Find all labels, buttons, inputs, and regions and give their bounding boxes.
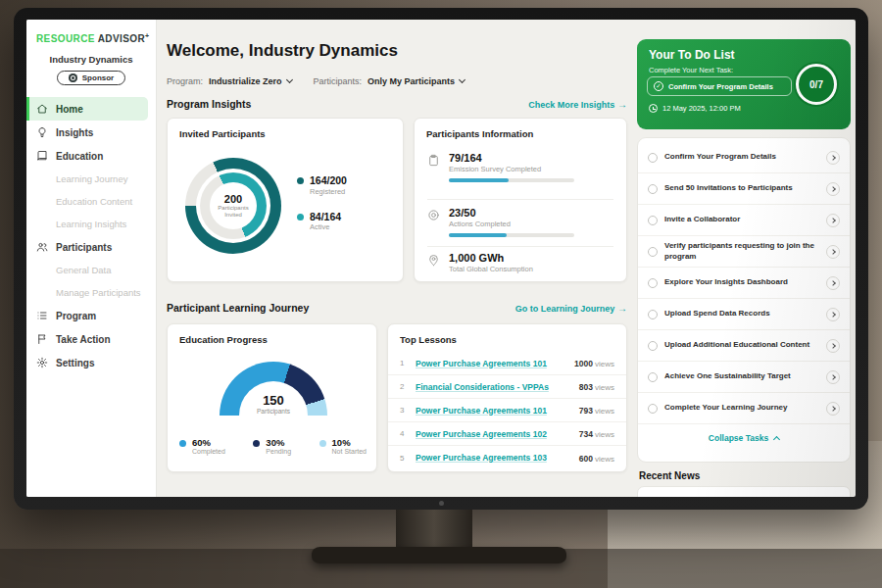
chevron-right-icon [830,312,836,318]
check-more-insights-link[interactable]: Check More Insights [528,99,627,110]
legend-value: 10% [332,438,351,448]
sponsor-icon [69,74,77,82]
task-open-button[interactable] [826,339,840,353]
task-item[interactable]: Verify participants requesting to join t… [638,236,850,268]
lesson-link[interactable]: Power Purchase Agreements 101 [416,406,571,416]
task-open-button[interactable] [826,245,840,259]
task-item[interactable]: Achieve One Sustainability Target [638,362,850,393]
nav-label: Education Content [56,196,132,207]
task-open-button[interactable] [826,214,840,227]
task-item[interactable]: Invite a Collaborator [638,205,850,236]
lesson-link[interactable]: Power Purchase Agreements 101 [416,359,566,368]
sidebar-item-education-content[interactable]: Education Content [26,190,156,213]
task-item[interactable]: Complete Your Learning Journey [638,393,850,424]
task-checkbox[interactable] [648,247,658,257]
task-checkbox[interactable] [648,310,658,319]
nav-label: Insights [56,127,93,138]
task-open-button[interactable] [826,370,840,384]
monitor-stand-base [312,547,566,564]
donut-center: 200 Participants Invited [210,182,257,229]
sidebar-item-education[interactable]: Education [26,144,156,168]
task-checkbox[interactable] [648,372,658,382]
lesson-views: 734views [579,428,614,439]
sponsor-badge[interactable]: Sponsor [57,71,125,85]
sidebar-item-settings[interactable]: Settings [26,351,156,374]
legend-item: 60% Completed [179,438,225,455]
chevron-right-icon [830,155,836,161]
sidebar-item-insights[interactable]: Insights [26,121,156,144]
divider [427,199,613,200]
collapse-tasks-link[interactable]: Collapse Tasks [638,424,850,452]
task-checkbox[interactable] [648,404,658,414]
legend-label: Pending [266,448,291,455]
sidebar-item-take-action[interactable]: Take Action [26,327,156,351]
program-label: Program: [167,76,203,86]
task-item[interactable]: Explore Your Insights Dashboard [638,268,850,299]
todo-progress-ring: 0/7 [794,62,839,107]
task-checkbox[interactable] [648,278,658,288]
stat-value: 79/164 [449,152,574,164]
todo-title: Your To Do List [649,48,735,62]
task-item[interactable]: Upload Spend Data Records [638,299,850,330]
lesson-link[interactable]: Financial Considerations - VPPAs [416,382,571,392]
sidebar-item-learning-insights[interactable]: Learning Insights [26,213,156,235]
clock-icon [649,104,658,113]
sidebar-item-manage-participants[interactable]: Manage Participants [26,281,156,304]
task-open-button[interactable] [826,308,840,321]
task-item[interactable]: Send 50 Invitations to Participants [638,173,850,205]
task-checkbox[interactable] [648,153,658,163]
next-task[interactable]: Confirm Your Program Details [647,76,792,96]
task-item[interactable]: Confirm Your Program Details [638,142,850,173]
invited-participants-card: Invited Participants 200 Participants In… [167,118,404,282]
card-title: Participants Information [415,119,626,139]
legend-item: 164/200 Registered [297,175,347,196]
task-open-button[interactable] [826,151,840,165]
clipboard-icon [427,154,440,167]
program-value: Industrialize Zero [209,76,282,86]
donut-center-value: 200 [224,193,242,205]
nav-label: Learning Insights [56,219,126,229]
task-checkbox[interactable] [648,341,658,351]
monitor-stand-neck [396,510,472,551]
lesson-link[interactable]: Power Purchase Agreements 103 [416,453,571,463]
sidebar-item-learning-journey[interactable]: Learning Journey [26,168,156,190]
sidebar-item-general-data[interactable]: General Data [26,259,156,281]
sidebar-item-participants[interactable]: Participants [26,235,156,259]
participants-icon [36,241,48,253]
sidebar-nav: Home Insights Education Learning Journey… [26,97,156,374]
task-label: Upload Spend Data Records [664,309,819,318]
sidebar-item-program[interactable]: Program [26,304,156,327]
legend-dot [253,440,260,447]
task-label: Confirm Your Program Details [664,152,819,162]
sidebar-item-home[interactable]: Home [26,97,148,121]
nav-label: Education [56,151,103,162]
stat-value: 23/50 [449,207,574,219]
task-open-button[interactable] [826,182,840,196]
lesson-link[interactable]: Power Purchase Agreements 102 [416,429,571,439]
task-open-button[interactable] [826,402,840,416]
app-logo: RESOURCE ADVISOR+ [26,20,156,44]
program-select[interactable]: Industrialize Zero [209,76,292,86]
legend-value: 164/200 [310,175,347,187]
nav-label: Settings [56,358,94,368]
nav-label: Take Action [56,334,111,345]
take-action-icon [36,333,48,345]
filter-row: Program: Industrialize Zero Participants… [167,76,480,86]
nav-label: Participants [56,242,112,253]
task-checkbox[interactable] [648,184,658,194]
todo-panel: Your To Do List Complete Your Next Task:… [637,20,851,497]
lesson-rank: 2 [400,382,408,391]
task-checkbox[interactable] [648,216,658,225]
task-open-button[interactable] [826,276,840,290]
nav-label: Home [56,104,83,115]
program-icon [36,310,48,321]
org-name: Industry Dynamics [26,54,156,65]
participants-select[interactable]: Only My Participants [368,76,465,86]
education-progress-card: Education Progress 150 Participants 60% … [167,323,377,472]
todo-subtitle: Complete Your Next Task: [649,66,733,74]
go-to-learning-journey-link[interactable]: Go to Learning Journey [515,303,627,314]
chevron-right-icon [830,374,836,380]
location-pin-icon [427,254,440,267]
task-item[interactable]: Upload Additional Educational Content [638,330,850,362]
legend-dot [297,214,304,220]
